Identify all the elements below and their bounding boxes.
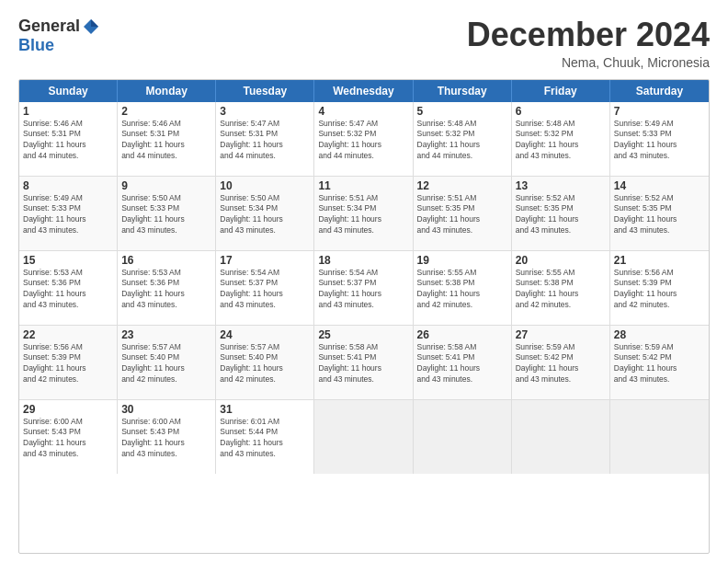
- day-info: Sunrise: 6:00 AM Sunset: 5:43 PM Dayligh…: [121, 417, 211, 461]
- header-day-sunday: Sunday: [19, 80, 118, 102]
- day-number: 15: [23, 254, 113, 267]
- calendar-week-4: 22Sunrise: 5:56 AM Sunset: 5:39 PM Dayli…: [19, 326, 709, 400]
- day-number: 16: [121, 254, 211, 267]
- day-info: Sunrise: 6:00 AM Sunset: 5:43 PM Dayligh…: [23, 417, 113, 461]
- header-day-friday: Friday: [512, 80, 610, 102]
- calendar-cell: 11Sunrise: 5:51 AM Sunset: 5:34 PM Dayli…: [314, 177, 413, 250]
- logo-icon: [82, 17, 100, 36]
- day-info: Sunrise: 5:48 AM Sunset: 5:32 PM Dayligh…: [417, 119, 507, 163]
- calendar-cell: 15Sunrise: 5:53 AM Sunset: 5:36 PM Dayli…: [19, 251, 118, 325]
- calendar-cell: 9Sunrise: 5:50 AM Sunset: 5:33 PM Daylig…: [118, 177, 216, 250]
- calendar-cell: 17Sunrise: 5:54 AM Sunset: 5:37 PM Dayli…: [216, 251, 314, 325]
- day-number: 28: [614, 328, 705, 341]
- logo: General Blue: [18, 17, 100, 55]
- day-number: 27: [516, 328, 606, 341]
- day-number: 29: [23, 403, 113, 416]
- day-number: 9: [121, 179, 211, 192]
- calendar-cell: [414, 400, 512, 474]
- day-number: 5: [417, 105, 507, 118]
- day-info: Sunrise: 5:54 AM Sunset: 5:37 PM Dayligh…: [318, 268, 408, 312]
- day-info: Sunrise: 5:51 AM Sunset: 5:34 PM Dayligh…: [318, 193, 408, 237]
- day-number: 11: [318, 179, 408, 192]
- calendar-cell: [512, 400, 610, 474]
- title-section: December 2024 Nema, Chuuk, Micronesia: [467, 17, 710, 70]
- calendar-cell: 31Sunrise: 6:01 AM Sunset: 5:44 PM Dayli…: [216, 400, 314, 474]
- day-number: 8: [23, 179, 113, 192]
- header: General Blue December 2024 Nema, Chuuk, …: [18, 17, 710, 70]
- calendar-cell: 5Sunrise: 5:48 AM Sunset: 5:32 PM Daylig…: [414, 102, 512, 176]
- calendar-cell: 4Sunrise: 5:47 AM Sunset: 5:32 PM Daylig…: [314, 102, 413, 176]
- calendar-cell: 21Sunrise: 5:56 AM Sunset: 5:39 PM Dayli…: [610, 251, 709, 325]
- calendar-cell: 27Sunrise: 5:59 AM Sunset: 5:42 PM Dayli…: [512, 326, 610, 399]
- day-info: Sunrise: 5:50 AM Sunset: 5:33 PM Dayligh…: [121, 193, 211, 237]
- day-number: 22: [23, 328, 113, 341]
- calendar-cell: 6Sunrise: 5:48 AM Sunset: 5:32 PM Daylig…: [512, 102, 610, 176]
- day-info: Sunrise: 5:47 AM Sunset: 5:32 PM Dayligh…: [318, 119, 408, 163]
- day-info: Sunrise: 5:59 AM Sunset: 5:42 PM Dayligh…: [516, 342, 606, 386]
- calendar-cell: 23Sunrise: 5:57 AM Sunset: 5:40 PM Dayli…: [118, 326, 216, 399]
- day-number: 4: [318, 105, 408, 118]
- day-info: Sunrise: 5:50 AM Sunset: 5:34 PM Dayligh…: [220, 193, 310, 237]
- calendar-cell: [610, 400, 709, 474]
- logo-blue: Blue: [18, 36, 54, 55]
- header-day-saturday: Saturday: [610, 80, 709, 102]
- calendar-cell: 10Sunrise: 5:50 AM Sunset: 5:34 PM Dayli…: [216, 177, 314, 250]
- day-number: 19: [417, 254, 507, 267]
- calendar-header: SundayMondayTuesdayWednesdayThursdayFrid…: [19, 80, 709, 102]
- day-number: 31: [220, 403, 310, 416]
- day-info: Sunrise: 5:57 AM Sunset: 5:40 PM Dayligh…: [121, 342, 211, 386]
- day-number: 10: [220, 179, 310, 192]
- day-number: 26: [417, 328, 507, 341]
- day-number: 2: [121, 105, 211, 118]
- day-info: Sunrise: 5:55 AM Sunset: 5:38 PM Dayligh…: [417, 268, 507, 312]
- calendar-cell: 13Sunrise: 5:52 AM Sunset: 5:35 PM Dayli…: [512, 177, 610, 250]
- day-info: Sunrise: 5:52 AM Sunset: 5:35 PM Dayligh…: [614, 193, 705, 237]
- day-number: 20: [516, 254, 606, 267]
- day-number: 18: [318, 254, 408, 267]
- day-info: Sunrise: 5:48 AM Sunset: 5:32 PM Dayligh…: [516, 119, 606, 163]
- day-number: 13: [516, 179, 606, 192]
- day-number: 17: [220, 254, 310, 267]
- calendar-cell: 28Sunrise: 5:59 AM Sunset: 5:42 PM Dayli…: [610, 326, 709, 399]
- day-number: 21: [614, 254, 705, 267]
- svg-marker-1: [91, 19, 98, 27]
- calendar-cell: 30Sunrise: 6:00 AM Sunset: 5:43 PM Dayli…: [118, 400, 216, 474]
- day-info: Sunrise: 5:56 AM Sunset: 5:39 PM Dayligh…: [614, 268, 705, 312]
- day-info: Sunrise: 5:46 AM Sunset: 5:31 PM Dayligh…: [23, 119, 113, 163]
- day-info: Sunrise: 5:53 AM Sunset: 5:36 PM Dayligh…: [23, 268, 113, 312]
- day-info: Sunrise: 5:49 AM Sunset: 5:33 PM Dayligh…: [23, 193, 113, 237]
- day-number: 7: [614, 105, 705, 118]
- calendar-cell: 2Sunrise: 5:46 AM Sunset: 5:31 PM Daylig…: [118, 102, 216, 176]
- day-info: Sunrise: 5:49 AM Sunset: 5:33 PM Dayligh…: [614, 119, 705, 163]
- day-info: Sunrise: 5:53 AM Sunset: 5:36 PM Dayligh…: [121, 268, 211, 312]
- calendar-cell: 1Sunrise: 5:46 AM Sunset: 5:31 PM Daylig…: [19, 102, 118, 176]
- page: General Blue December 2024 Nema, Chuuk, …: [0, 0, 728, 563]
- calendar-cell: 19Sunrise: 5:55 AM Sunset: 5:38 PM Dayli…: [414, 251, 512, 325]
- month-title: December 2024: [467, 17, 710, 53]
- calendar-cell: 3Sunrise: 5:47 AM Sunset: 5:31 PM Daylig…: [216, 102, 314, 176]
- day-info: Sunrise: 5:57 AM Sunset: 5:40 PM Dayligh…: [220, 342, 310, 386]
- day-info: Sunrise: 5:56 AM Sunset: 5:39 PM Dayligh…: [23, 342, 113, 386]
- day-number: 3: [220, 105, 310, 118]
- calendar-cell: 24Sunrise: 5:57 AM Sunset: 5:40 PM Dayli…: [216, 326, 314, 399]
- day-number: 24: [220, 328, 310, 341]
- calendar-body: 1Sunrise: 5:46 AM Sunset: 5:31 PM Daylig…: [19, 102, 709, 474]
- calendar-cell: 16Sunrise: 5:53 AM Sunset: 5:36 PM Dayli…: [118, 251, 216, 325]
- calendar: SundayMondayTuesdayWednesdayThursdayFrid…: [18, 79, 710, 554]
- day-info: Sunrise: 5:59 AM Sunset: 5:42 PM Dayligh…: [614, 342, 705, 386]
- header-day-monday: Monday: [118, 80, 216, 102]
- day-number: 1: [23, 105, 113, 118]
- day-info: Sunrise: 5:46 AM Sunset: 5:31 PM Dayligh…: [121, 119, 211, 163]
- calendar-cell: 8Sunrise: 5:49 AM Sunset: 5:33 PM Daylig…: [19, 177, 118, 250]
- calendar-cell: 12Sunrise: 5:51 AM Sunset: 5:35 PM Dayli…: [414, 177, 512, 250]
- day-info: Sunrise: 5:55 AM Sunset: 5:38 PM Dayligh…: [516, 268, 606, 312]
- logo-general: General: [18, 17, 80, 36]
- day-number: 23: [121, 328, 211, 341]
- calendar-cell: 14Sunrise: 5:52 AM Sunset: 5:35 PM Dayli…: [610, 177, 709, 250]
- day-info: Sunrise: 5:51 AM Sunset: 5:35 PM Dayligh…: [417, 193, 507, 237]
- calendar-cell: 7Sunrise: 5:49 AM Sunset: 5:33 PM Daylig…: [610, 102, 709, 176]
- calendar-week-5: 29Sunrise: 6:00 AM Sunset: 5:43 PM Dayli…: [19, 400, 709, 474]
- day-number: 25: [318, 328, 408, 341]
- calendar-week-3: 15Sunrise: 5:53 AM Sunset: 5:36 PM Dayli…: [19, 251, 709, 326]
- calendar-cell: 29Sunrise: 6:00 AM Sunset: 5:43 PM Dayli…: [19, 400, 118, 474]
